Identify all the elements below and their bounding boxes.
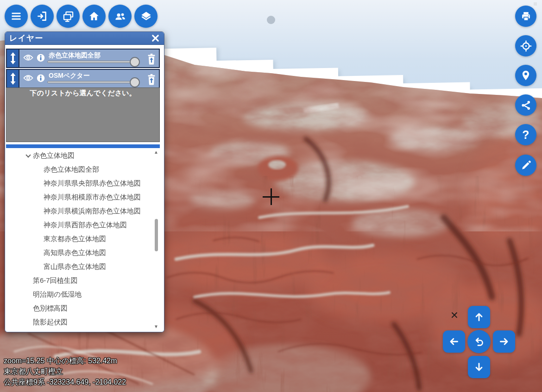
screens-button[interactable] [57,5,80,28]
layers-icon [140,10,152,23]
tree-item-label: 東京都赤色立体地図 [44,235,106,243]
pan-left-button[interactable] [443,330,465,353]
users-icon [114,10,126,23]
arrow-down-icon [473,361,485,373]
tree-item-label: 陰影起伏図 [33,318,68,326]
remove-layer-button[interactable] [146,74,157,87]
trash-up-icon [146,53,157,65]
pan-right-button[interactable] [493,330,515,353]
trash-up-icon [146,74,157,85]
tree-item-label: 第6-7回植生図 [33,276,78,284]
layer-tree: 赤色立体地図 赤色立体地図全部 神奈川県県央部県赤色立体地図 神奈川県相模原市赤… [6,149,160,330]
menu-icon [10,10,22,22]
layer-instruction-text: 下のリストから選んでください。 [6,87,160,142]
tree-item[interactable]: 明治期の低湿地 [6,287,160,301]
place-pin-button[interactable] [515,65,536,86]
layer-name: 赤色立体地図全部 [49,51,101,60]
home-icon [88,10,100,22]
tree-item-label: 神奈川県西部赤色立体地図 [44,221,127,229]
share-icon [520,100,532,111]
info-icon[interactable] [37,74,45,84]
tree-item-label: 神奈川県横浜南部赤色立体地図 [44,207,141,215]
home-button[interactable] [82,5,106,28]
active-layer-row: OSMベクター [6,69,160,88]
tree-item[interactable]: 東京都赤色立体地図 [6,232,160,246]
tree-item[interactable]: 色別標高図 [6,301,160,315]
app-root: ? × zoom=15.25 中心の標高: 532.42m 東京都八丈町樫立 公… [0,0,542,392]
locate-button[interactable] [515,35,536,56]
opacity-slider-handle[interactable] [130,57,140,67]
status-coordinates: 公共座標9系 -323234.649, -2104.022 [4,377,126,387]
layer-panel: レイヤー 赤色立体地図全部 [5,31,164,332]
move-vertical-icon [9,52,17,64]
corner-widget [534,2,537,6]
scroll-down-icon[interactable]: ▼ [154,324,158,329]
status-address: 東京都八丈町樫立 [4,366,126,377]
chevron-down-icon [25,152,31,157]
users-button[interactable] [108,5,132,28]
tree-item[interactable]: 高知県赤色立体地図 [6,246,160,260]
close-panel-button[interactable] [151,34,160,43]
opacity-slider[interactable] [47,81,140,83]
undo-icon [473,336,485,348]
screens-icon [62,10,75,23]
share-button[interactable] [515,94,536,116]
tree-item-label: 赤色立体地図 [33,151,75,159]
layer-drag-handle[interactable] [7,70,19,87]
tree-item-label: 赤色立体地図全部 [44,165,99,173]
status-bar: zoom=15.25 中心の標高: 532.42m 東京都八丈町樫立 公共座標9… [4,355,126,387]
tree-item[interactable]: 神奈川県県央部県赤色立体地図 [6,176,160,190]
info-icon[interactable] [37,54,45,64]
nav-close-button[interactable]: × [448,309,460,321]
tree-item[interactable]: 富山県赤色立体地図 [6,260,160,274]
tree-item[interactable]: 神奈川県横浜南部赤色立体地図 [6,204,160,218]
help-button[interactable]: ? [515,124,536,145]
remove-layer-button[interactable] [146,53,157,67]
tree-item-label: 色別標高図 [33,304,68,312]
arrow-left-icon [448,336,460,348]
scrollbar-thumb[interactable] [155,219,158,251]
tree-item[interactable]: 第6-7回植生図 [6,274,160,287]
tree-item-label: 明治期の低湿地 [33,290,82,298]
layer-panel-title: レイヤー [9,33,43,44]
tree-item[interactable]: 神奈川県相模原市赤色立体地図 [6,190,160,204]
login-button[interactable] [31,5,54,28]
tree-item[interactable]: 赤色立体地図全部 [6,162,160,176]
print-icon [520,11,532,22]
tree-item-label: 神奈川県相模原市赤色立体地図 [44,193,141,201]
compass-dot [267,16,275,24]
panel-divider-bar[interactable] [6,144,160,148]
close-icon [151,34,160,43]
tree-item-label: 富山県赤色立体地図 [44,262,106,270]
menu-button[interactable] [5,5,28,28]
pan-down-button[interactable] [468,356,490,378]
tree-item-category[interactable]: 赤色立体地図 [6,149,160,162]
status-zoom: zoom=15.25 [4,357,45,365]
layer-panel-header[interactable]: レイヤー [5,32,164,45]
visibility-eye-icon[interactable] [23,75,33,83]
pan-up-button[interactable] [468,306,490,328]
status-zoom-elevation: zoom=15.25 中心の標高: 532.42m [4,355,126,366]
login-icon [36,10,48,22]
help-icon: ? [522,129,529,141]
scroll-up-icon[interactable]: ▲ [154,149,158,155]
opacity-slider-handle[interactable] [130,77,140,87]
move-vertical-icon [9,73,17,85]
arrow-right-icon [498,336,510,348]
print-button[interactable] [515,6,536,27]
arrow-up-icon [473,311,485,323]
tree-item[interactable]: 神奈川県西部赤色立体地図 [6,218,160,232]
tree-item[interactable]: 陰影起伏図 [6,315,160,329]
status-elevation: 中心の標高: 532.42m [47,357,117,365]
layers-button[interactable] [134,5,158,28]
opacity-slider[interactable] [47,61,140,63]
tree-item-label: 高知県赤色立体地図 [44,249,106,256]
layer-drag-handle[interactable] [7,50,19,67]
visibility-eye-icon[interactable] [23,54,33,63]
place-pin-icon [520,69,532,81]
draw-button[interactable] [515,155,536,176]
undo-rotate-button[interactable] [467,330,491,353]
layer-name: OSMベクター [49,72,90,80]
tree-item-label: 神奈川県県央部県赤色立体地図 [44,179,141,187]
active-layer-row: 赤色立体地図全部 [6,49,160,68]
